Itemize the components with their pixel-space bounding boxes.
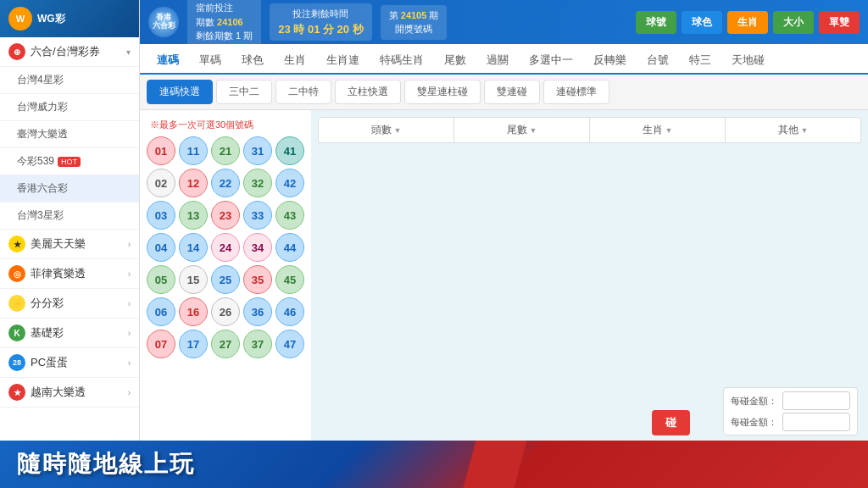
- ball-24[interactable]: 24: [211, 233, 240, 262]
- sidebar-item-pcdandan[interactable]: 28 PC蛋蛋 ›: [0, 348, 139, 378]
- tab-special-zodiac[interactable]: 特碼生肖: [370, 47, 434, 75]
- tab-tail[interactable]: 尾數: [434, 47, 476, 75]
- ball-05[interactable]: 05: [147, 265, 175, 294]
- tab-lianjie[interactable]: 連碼: [147, 47, 189, 75]
- ball-41[interactable]: 41: [275, 136, 304, 165]
- num28-icon: 28: [8, 354, 25, 371]
- ball-42[interactable]: 42: [275, 169, 304, 197]
- grid-row-2: 02 12 22 32 42: [147, 169, 304, 197]
- col-head[interactable]: 頭數 ▼: [319, 118, 454, 142]
- ball-03[interactable]: 03: [147, 201, 175, 230]
- size-button[interactable]: 大小: [773, 11, 814, 34]
- ball-23[interactable]: 23: [211, 201, 240, 230]
- tab-zodiac[interactable]: 生肖: [274, 47, 316, 75]
- ball-06[interactable]: 06: [147, 297, 175, 326]
- ball-35[interactable]: 35: [243, 265, 272, 294]
- subtab-link-standard[interactable]: 連碰標準: [543, 80, 609, 104]
- col-tail[interactable]: 尾數 ▼: [454, 118, 590, 142]
- tab-heaven-earth[interactable]: 天地碰: [721, 47, 775, 75]
- ball-01[interactable]: 01: [147, 136, 175, 165]
- ball-33[interactable]: 33: [243, 201, 272, 230]
- ball-34[interactable]: 34: [243, 233, 272, 262]
- subtab-double-star-pillar[interactable]: 雙星連柱碰: [404, 80, 481, 104]
- subtab-three-two[interactable]: 三中二: [216, 80, 272, 104]
- sub-tabs: 連碼快選 三中二 二中特 立柱快選 雙星連柱碰 雙連碰 連碰標準: [140, 75, 868, 110]
- sidebar-item-philippines[interactable]: ◎ 菲律賓樂透 ›: [0, 259, 139, 289]
- tab-ballcolor[interactable]: 球色: [231, 47, 274, 75]
- subtab-quick-link[interactable]: 連碼快選: [147, 80, 213, 104]
- ball-17[interactable]: 17: [179, 330, 208, 358]
- col-zodiac[interactable]: 生肖 ▼: [590, 118, 726, 142]
- ball-02[interactable]: 02: [147, 169, 175, 197]
- subtab-two-special[interactable]: 二中特: [275, 80, 331, 104]
- ball-12[interactable]: 12: [179, 169, 208, 197]
- col-other[interactable]: 其他 ▼: [726, 118, 860, 142]
- sidebar-item-bigdraw[interactable]: 臺灣大樂透: [0, 121, 139, 148]
- ball-27[interactable]: 27: [211, 330, 240, 358]
- hk-logo: 香港六合彩: [148, 7, 179, 37]
- bet-amount-input1[interactable]: [782, 391, 850, 410]
- chevron-right-icon2: ›: [128, 269, 131, 279]
- ball-14[interactable]: 14: [179, 233, 208, 262]
- subtab-double-link[interactable]: 雙連碰: [484, 80, 540, 104]
- open-label: 開獎號碼: [389, 22, 439, 36]
- sidebar-item-powerball[interactable]: 台灣威力彩: [0, 94, 139, 121]
- ball-37[interactable]: 37: [243, 330, 272, 358]
- ball-31[interactable]: 31: [243, 136, 272, 165]
- ball-number-button[interactable]: 球號: [636, 11, 676, 34]
- hot-badge: HOT: [58, 157, 81, 167]
- sidebar-item-vietnam[interactable]: ★ 越南大樂透 ›: [0, 378, 139, 408]
- chevron-down-icon: ▾: [126, 47, 131, 57]
- odd-even-button[interactable]: 單雙: [819, 11, 860, 34]
- ball-13[interactable]: 13: [179, 201, 208, 230]
- ball-04[interactable]: 04: [147, 233, 175, 262]
- period2-info: 第 24105 期: [389, 8, 439, 23]
- sidebar-item-539-label: 今彩539: [17, 154, 54, 169]
- subtab-pillar-quick[interactable]: 立柱快選: [335, 80, 401, 104]
- bet-confirm-button[interactable]: 碰: [652, 410, 690, 435]
- ball-11[interactable]: 11: [179, 136, 208, 165]
- tab-multi-hit[interactable]: 多選中一: [519, 47, 583, 75]
- sidebar-item-fenfen[interactable]: ⚡ 分分彩 ›: [0, 289, 139, 319]
- sidebar-item-taiwan4[interactable]: 台灣4星彩: [0, 67, 139, 94]
- ball-45[interactable]: 45: [275, 265, 304, 294]
- ball-07[interactable]: 07: [147, 330, 175, 358]
- tab-single[interactable]: 單碼: [189, 47, 231, 75]
- ball-22[interactable]: 22: [211, 169, 240, 197]
- tab-zodiac-link[interactable]: 生肖連: [316, 47, 370, 75]
- tab-combo[interactable]: 過關: [476, 47, 519, 75]
- sort-head-icon: ▼: [394, 126, 402, 135]
- header-current-bet: 當前投注 期數 24106 剩餘期數 1 期: [187, 0, 261, 47]
- circle-icon: ◎: [8, 265, 25, 282]
- ball-47[interactable]: 47: [275, 330, 304, 358]
- ball-21[interactable]: 21: [211, 136, 240, 165]
- sidebar-item-beauty[interactable]: ★ 美麗天天樂 ›: [0, 230, 139, 259]
- ball-16[interactable]: 16: [179, 297, 208, 326]
- ball-43[interactable]: 43: [275, 201, 304, 230]
- tab-platform[interactable]: 台號: [637, 47, 679, 75]
- period-number: 24106: [217, 17, 243, 27]
- ball-26[interactable]: 26: [211, 297, 240, 326]
- ball-44[interactable]: 44: [275, 233, 304, 262]
- bet-amount-input2[interactable]: [782, 413, 850, 431]
- bet-amount-label1: 每碰金額：: [731, 395, 777, 408]
- timer-value: 23 時 01 分 20 秒: [278, 21, 363, 38]
- ball-15[interactable]: 15: [179, 265, 208, 294]
- bet-button-area: 碰: [652, 410, 690, 435]
- zodiac-button[interactable]: 生肖: [727, 11, 768, 34]
- lightning-icon: ⚡: [8, 295, 25, 312]
- sidebar-item-taiwan3[interactable]: 台灣3星彩: [0, 202, 139, 230]
- ball-46[interactable]: 46: [275, 297, 304, 326]
- tab-reverse[interactable]: 反轉樂: [583, 47, 637, 75]
- ball-32[interactable]: 32: [243, 169, 272, 197]
- remain-label: 剩餘期數: [196, 30, 233, 41]
- sidebar-section-lotto[interactable]: ⊕ 六合/台灣彩券 ▾: [0, 37, 139, 67]
- ball-color-button[interactable]: 球色: [682, 11, 722, 34]
- sidebar-item-base[interactable]: K 基礎彩 ›: [0, 319, 139, 348]
- sidebar-item-hklotto[interactable]: 香港六合彩: [0, 175, 139, 202]
- sidebar-item-539[interactable]: 今彩539 HOT: [0, 148, 139, 175]
- tab-special3[interactable]: 特三: [679, 47, 721, 75]
- grid-row-6: 06 16 26 36 46: [147, 297, 304, 326]
- ball-36[interactable]: 36: [243, 297, 272, 326]
- ball-25[interactable]: 25: [211, 265, 240, 294]
